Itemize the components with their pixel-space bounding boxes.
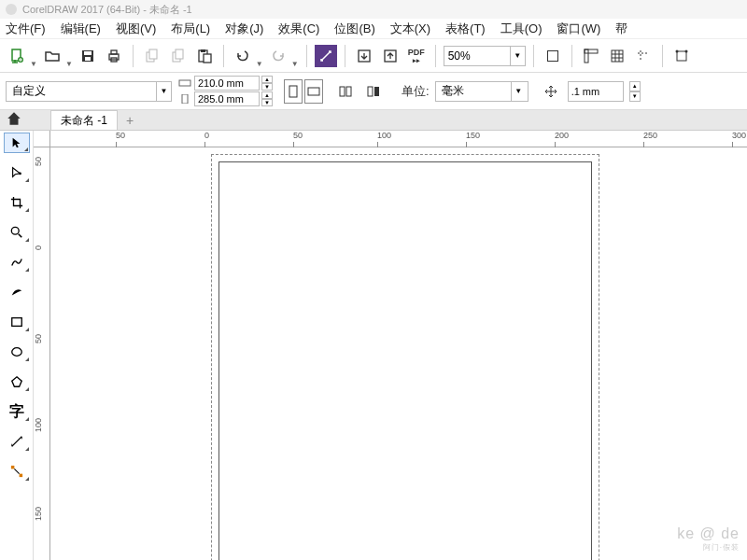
landscape-button[interactable] xyxy=(304,79,323,104)
nudge-spinner[interactable]: ▲▼ xyxy=(629,81,641,102)
separator xyxy=(533,45,534,67)
separator xyxy=(223,45,224,67)
svg-rect-25 xyxy=(612,50,623,62)
horizontal-ruler[interactable]: 50 0 50 100 150 200 250 300 xyxy=(50,131,747,147)
menu-help[interactable]: 帮 xyxy=(615,21,627,37)
svg-rect-32 xyxy=(677,51,686,61)
undo-dropdown-icon[interactable]: ▼ xyxy=(256,60,263,72)
menu-window[interactable]: 窗口(W) xyxy=(557,21,600,37)
ruler-origin[interactable] xyxy=(34,131,50,147)
paste-button[interactable] xyxy=(193,45,216,67)
svg-point-47 xyxy=(11,348,21,357)
standard-toolbar: ▼ ▼ ▼ ▼ PDF▸▸ ▼ xyxy=(0,39,747,73)
vertical-ruler[interactable]: 50 0 50 100 150 xyxy=(34,147,50,560)
svg-rect-39 xyxy=(340,87,345,96)
portrait-button[interactable] xyxy=(284,79,303,104)
show-guidelines-button[interactable] xyxy=(632,45,655,67)
units-input[interactable] xyxy=(436,85,511,98)
snap-button[interactable] xyxy=(670,45,693,67)
zoom-dropdown-icon[interactable]: ▼ xyxy=(510,47,525,65)
separator xyxy=(345,45,345,67)
search-content-button[interactable] xyxy=(315,45,337,67)
text-tool[interactable]: 字 xyxy=(4,401,30,422)
svg-point-33 xyxy=(675,49,678,52)
polygon-tool[interactable] xyxy=(4,371,30,392)
nudge-input[interactable] xyxy=(568,81,624,102)
ellipse-tool[interactable] xyxy=(4,342,30,362)
menu-file[interactable]: 文件(F) xyxy=(6,21,46,37)
document-tab[interactable]: 未命名 -1 xyxy=(50,110,118,130)
undo-button[interactable] xyxy=(232,45,254,67)
menu-table[interactable]: 表格(T) xyxy=(445,21,486,37)
crop-tool[interactable] xyxy=(4,192,30,213)
svg-rect-10 xyxy=(111,50,117,54)
export-button[interactable] xyxy=(379,45,402,67)
fullscreen-preview-button[interactable] xyxy=(542,45,564,67)
separator xyxy=(435,45,436,67)
artistic-media-tool[interactable] xyxy=(4,282,30,302)
menu-object[interactable]: 对象(J) xyxy=(225,21,263,37)
toolbox: 字 xyxy=(0,131,34,560)
svg-rect-52 xyxy=(10,466,14,469)
menu-edit[interactable]: 编辑(E) xyxy=(61,21,101,37)
menu-tools[interactable]: 工具(O) xyxy=(500,21,543,37)
separator xyxy=(662,45,663,67)
svg-rect-42 xyxy=(374,87,379,96)
app-icon xyxy=(6,4,17,15)
current-page-button[interactable] xyxy=(362,80,385,103)
units-label: 单位: xyxy=(402,83,430,100)
height-spinner[interactable]: ▲▼ xyxy=(261,91,273,106)
document-tab-bar: 未命名 -1 + xyxy=(0,110,747,131)
width-icon xyxy=(177,77,192,90)
height-icon xyxy=(177,92,192,105)
page-width-input[interactable] xyxy=(194,76,260,91)
nudge-icon xyxy=(540,80,562,103)
svg-rect-24 xyxy=(585,49,588,63)
preset-input[interactable] xyxy=(7,85,156,98)
zoom-tool[interactable] xyxy=(4,222,30,243)
svg-marker-48 xyxy=(11,377,21,387)
pick-tool[interactable] xyxy=(4,133,30,153)
save-button[interactable] xyxy=(77,45,99,67)
page-dimensions: ▲▼ ▲▼ xyxy=(177,76,273,106)
print-button[interactable] xyxy=(103,45,125,67)
all-pages-button[interactable] xyxy=(334,80,357,103)
watermark: ke @ de 阿门·假装 xyxy=(677,525,740,553)
menu-view[interactable]: 视图(V) xyxy=(116,21,156,37)
units-combo[interactable]: ▼ xyxy=(435,81,529,102)
shape-tool[interactable] xyxy=(4,162,30,183)
open-button[interactable] xyxy=(41,45,63,67)
svg-rect-40 xyxy=(346,87,351,96)
svg-rect-22 xyxy=(548,51,557,61)
menu-text[interactable]: 文本(X) xyxy=(390,21,430,37)
menu-layout[interactable]: 布局(L) xyxy=(171,21,210,37)
new-tab-button[interactable]: + xyxy=(120,110,140,130)
rectangle-tool[interactable] xyxy=(4,312,30,332)
orientation-group xyxy=(284,79,323,104)
open-dropdown-icon[interactable]: ▼ xyxy=(65,60,73,72)
welcome-tab-button[interactable] xyxy=(6,110,22,130)
zoom-input[interactable] xyxy=(444,49,510,63)
show-rulers-button[interactable] xyxy=(580,45,602,67)
units-dropdown-icon[interactable]: ▼ xyxy=(511,82,526,101)
connector-tool[interactable] xyxy=(4,461,30,482)
show-grid-button[interactable] xyxy=(606,45,628,67)
svg-rect-13 xyxy=(149,49,157,59)
new-dropdown-icon[interactable]: ▼ xyxy=(30,60,37,72)
page-preset-combo[interactable]: ▼ xyxy=(6,81,172,102)
publish-pdf-button[interactable]: PDF▸▸ xyxy=(405,45,428,67)
preset-dropdown-icon[interactable]: ▼ xyxy=(156,82,171,101)
menu-effect[interactable]: 效果(C) xyxy=(278,21,319,37)
svg-point-43 xyxy=(19,173,21,175)
dimension-tool[interactable] xyxy=(4,431,30,452)
canvas-area: 50 0 50 100 150 200 250 300 50 0 50 100 … xyxy=(34,131,747,560)
drawing-canvas[interactable] xyxy=(50,147,747,560)
zoom-level-combo[interactable]: ▼ xyxy=(444,46,526,66)
import-button[interactable] xyxy=(353,45,375,67)
width-spinner[interactable]: ▲▼ xyxy=(261,76,273,91)
menu-bitmap[interactable]: 位图(B) xyxy=(334,21,374,37)
freehand-tool[interactable] xyxy=(4,252,30,273)
new-button[interactable] xyxy=(6,45,28,67)
page-outline xyxy=(218,161,592,560)
page-height-input[interactable] xyxy=(194,91,260,106)
